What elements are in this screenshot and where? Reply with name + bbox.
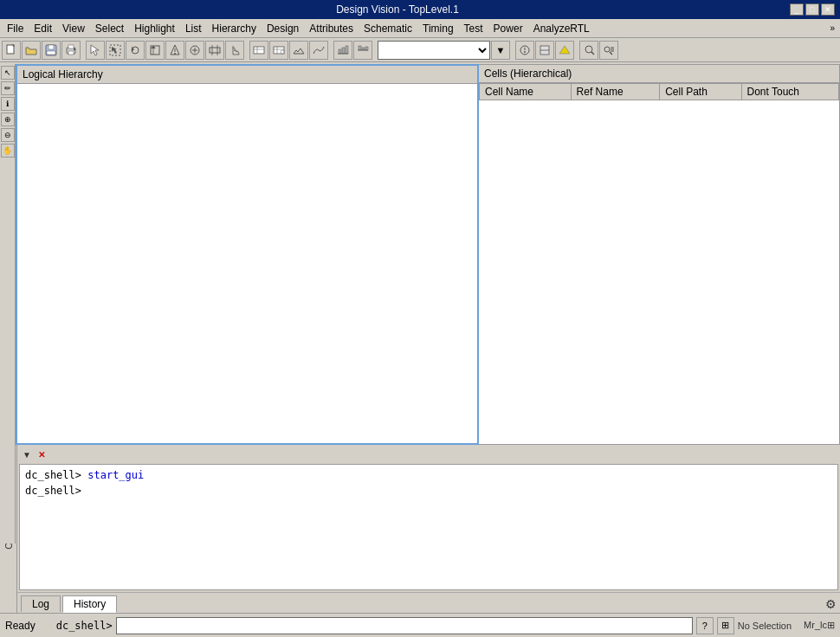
cmd-prompt-label: dc_shell> (56, 620, 113, 632)
tb-rt5[interactable] (599, 41, 618, 60)
console-collapse-btn[interactable]: ▼ (21, 448, 33, 460)
window-controls: _ □ ✕ (790, 3, 835, 16)
status-user-text: Mr_lc⊞ (804, 620, 835, 631)
menu-schematic[interactable]: Schematic (359, 21, 417, 36)
menu-test[interactable]: Test (459, 21, 488, 36)
tb-select6[interactable] (205, 41, 224, 60)
tb-g3[interactable] (289, 41, 308, 60)
tb-new[interactable] (2, 41, 21, 60)
cells-hierarchical-panel: Cells (Hierarchical) Cell Name Ref Name … (479, 64, 840, 445)
tb-chart2[interactable] (353, 41, 372, 60)
menu-power[interactable]: Power (488, 21, 528, 36)
menu-more-button[interactable]: » (826, 22, 838, 35)
col-ref-name[interactable]: Ref Name (571, 84, 660, 100)
console-ctrl-row: ▼ ✕ (17, 445, 840, 464)
tab-history[interactable]: History (62, 595, 117, 613)
status-ready-text: Ready (5, 620, 36, 632)
tb-g4[interactable] (309, 41, 328, 60)
svg-marker-46 (559, 46, 570, 54)
toolbar-dropdown[interactable] (378, 41, 490, 60)
cells-hierarchical-title: Cells (Hierarchical) (479, 65, 839, 83)
tb-rt3[interactable] (555, 41, 574, 60)
tb-select-box[interactable] (106, 41, 125, 60)
tab-log[interactable]: Log (21, 595, 61, 612)
tb-save[interactable] (42, 41, 61, 60)
status-selection-text: No Selection (738, 621, 792, 631)
maximize-button[interactable]: □ (805, 3, 819, 16)
svg-line-50 (610, 52, 612, 55)
tb-g1[interactable] (249, 41, 268, 60)
logical-hierarchy-title: Logical Hierarchy (17, 66, 477, 84)
cmd-input-field[interactable] (116, 617, 693, 634)
cmd-expand-btn[interactable]: ⊞ (717, 617, 734, 634)
svg-rect-39 (365, 47, 368, 50)
close-button[interactable]: ✕ (821, 3, 835, 16)
menu-list[interactable]: List (180, 21, 207, 36)
col-cell-name[interactable]: Cell Name (480, 84, 572, 100)
title-bar: Design Vision - TopLevel.1 _ □ ✕ (0, 0, 840, 19)
tb-chart1[interactable] (333, 41, 352, 60)
tb-open[interactable] (22, 41, 41, 60)
console-command-1: start_gui (87, 469, 144, 481)
svg-rect-37 (359, 46, 361, 50)
svg-point-43 (524, 51, 526, 53)
svg-rect-26 (254, 47, 264, 54)
console-line-1: dc_shell> start_gui (25, 467, 832, 483)
svg-rect-38 (362, 48, 365, 50)
svg-point-49 (604, 47, 610, 52)
sidebar-pointer-btn[interactable]: ↖ (1, 66, 15, 80)
menu-analyzertl[interactable]: AnalyzeRTL (528, 21, 595, 36)
menu-timing[interactable]: Timing (417, 21, 459, 36)
sidebar-pen-btn[interactable]: ✏ (1, 81, 15, 95)
svg-rect-6 (68, 51, 74, 55)
tb-hand[interactable] (225, 41, 244, 60)
tb-select5[interactable] (185, 41, 204, 60)
tb-rt2[interactable] (535, 41, 554, 60)
title-text: Design Vision - TopLevel.1 (5, 3, 790, 16)
tb-arrow-select[interactable] (86, 41, 105, 60)
menu-design[interactable]: Design (262, 21, 304, 36)
svg-point-7 (74, 48, 75, 50)
col-cell-path[interactable]: Cell Path (660, 84, 741, 100)
left-sidebar: ↖ ✏ ℹ ⊕ ⊖ ✋ (0, 64, 16, 544)
tb-dropdown-arrow[interactable]: ▼ (491, 41, 510, 60)
tb-rt1[interactable] (515, 41, 534, 60)
col-dont-touch[interactable]: Dont Touch (741, 84, 838, 100)
sidebar-info-btn[interactable]: ℹ (1, 97, 15, 111)
tb-rt4[interactable] (579, 41, 598, 60)
tb-g2[interactable] (269, 41, 288, 60)
menu-highlight[interactable]: Highlight (129, 21, 180, 36)
svg-rect-35 (346, 46, 348, 54)
minimize-button[interactable]: _ (790, 3, 804, 16)
menu-file[interactable]: File (2, 21, 29, 36)
console-close-btn[interactable]: ✕ (36, 448, 48, 460)
svg-point-18 (174, 53, 176, 55)
tb-select4[interactable] (165, 41, 184, 60)
svg-line-48 (591, 52, 594, 55)
menu-view[interactable]: View (57, 21, 90, 36)
tb-select3[interactable] (145, 41, 165, 60)
menu-bar: File Edit View Select Highlight List Hie… (0, 19, 840, 38)
cells-table: Cell Name Ref Name Cell Path Dont Touch (479, 83, 839, 100)
console-output[interactable]: dc_shell> start_gui dc_shell> (19, 464, 838, 590)
sidebar-zoom-in-btn[interactable]: ⊕ (1, 113, 15, 126)
svg-rect-0 (7, 45, 14, 54)
toolbar: ▼ (0, 38, 840, 62)
menu-attributes[interactable]: Attributes (304, 21, 359, 36)
svg-rect-22 (210, 48, 220, 53)
final-status-bar: Ready dc_shell> ? ⊞ No Selection Mr_lc⊞ (0, 613, 840, 637)
logical-hierarchy-content[interactable] (17, 84, 477, 443)
svg-rect-34 (342, 48, 345, 54)
tb-print[interactable] (61, 41, 81, 60)
sidebar-zoom-out-btn[interactable]: ⊖ (1, 128, 15, 142)
tb-select2[interactable] (126, 41, 145, 60)
menu-hierarchy[interactable]: Hierarchy (207, 21, 262, 36)
menu-edit[interactable]: Edit (29, 21, 57, 36)
console-settings-btn[interactable]: ⚙ (825, 597, 837, 611)
svg-point-32 (281, 50, 284, 54)
sidebar-hand-btn[interactable]: ✋ (1, 144, 15, 158)
svg-rect-33 (339, 49, 341, 54)
cmd-help-btn[interactable]: ? (696, 617, 714, 634)
logical-hierarchy-panel: Logical Hierarchy (16, 64, 479, 445)
menu-select[interactable]: Select (90, 21, 129, 36)
